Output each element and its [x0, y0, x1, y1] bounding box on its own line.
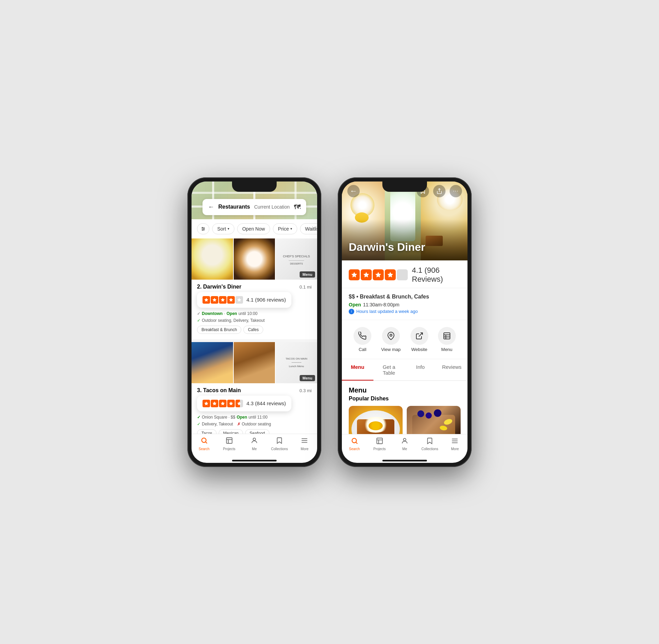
svg-line-38 [356, 442, 357, 444]
tab-menu[interactable]: Menu [342, 359, 373, 380]
tag-cafes: Cafes [243, 326, 263, 334]
svg-marker-14 [229, 401, 233, 405]
svg-point-37 [352, 438, 356, 443]
right-nav-search[interactable]: Search [342, 437, 367, 451]
right-notch [382, 182, 427, 192]
detail-hero: 10:07 ▲ ← [342, 182, 467, 260]
share-button[interactable] [433, 185, 446, 197]
left-phone: 10:07 ▲ ← Re [187, 177, 321, 467]
svg-rect-39 [377, 438, 383, 444]
filter-settings-button[interactable] [197, 223, 209, 234]
svg-marker-8 [221, 298, 225, 302]
home-indicator [232, 460, 277, 461]
waitlist-button[interactable]: Waitlist [300, 223, 317, 234]
hero-restaurant-name: Darwin's Diner [349, 241, 425, 254]
result-item-tacos[interactable]: TACOS ON MAIN─────Lunch Menu Menu 3. Tac… [192, 342, 317, 434]
right-nav-collections-label: Collections [421, 447, 438, 451]
nav-projects[interactable]: Projects [217, 437, 242, 451]
rating-section: 4.1 (906 Reviews) [342, 260, 467, 288]
call-label: Call [359, 347, 366, 352]
result-meta-2: ✓ Onion Square · $$ Open until 11:00 [197, 415, 312, 420]
page-title: Restaurants [218, 204, 250, 210]
result-amenities: ✓ Outdoor seating, Delivery, Takeout [197, 318, 312, 323]
svg-point-21 [253, 438, 255, 440]
svg-marker-13 [221, 401, 225, 405]
right-nav-me-label: Me [402, 447, 407, 451]
svg-point-5 [203, 230, 203, 230]
right-nav-me[interactable]: Me [392, 437, 417, 451]
food-image-1 [192, 238, 233, 280]
right-nav-collections[interactable]: Collections [417, 437, 442, 451]
nav-collections[interactable]: Collections [267, 437, 292, 451]
view-map-icon [382, 327, 400, 345]
tag-seafood: Seafood [245, 429, 269, 434]
map-pin-icon[interactable]: 🗺 [294, 203, 301, 211]
result-stars [203, 296, 243, 304]
nav-me[interactable]: Me [242, 437, 267, 451]
right-search-nav-icon [351, 437, 358, 446]
result-images: CHEF'S SPECIALS ───────── DESSERTS Menu [192, 238, 317, 280]
result-meta: ✓ Downtown · Open until 10:00 [197, 311, 312, 316]
call-button[interactable]: Call [354, 327, 371, 352]
svg-point-31 [390, 334, 392, 336]
search-header: ← Restaurants Current Location 🗺 [203, 199, 306, 215]
detail-rating-text: 4.1 (906 Reviews) [412, 266, 461, 284]
open-now-button[interactable]: Open Now [237, 223, 270, 234]
menu-content: Menu Popular Dishes [342, 381, 467, 434]
svg-point-3 [202, 227, 203, 228]
nav-more-label: More [301, 447, 309, 451]
detail-tabs: Menu Get a Table Info Reviews [342, 359, 467, 381]
website-icon [411, 327, 428, 345]
svg-point-42 [403, 438, 406, 441]
website-button[interactable]: Website [411, 327, 428, 352]
menu-badge: Menu [300, 271, 315, 278]
right-nav-projects[interactable]: Projects [367, 437, 392, 451]
result-distance: 0.1 mi [300, 284, 312, 290]
menu-button[interactable]: Menu [438, 327, 456, 352]
call-icon [354, 327, 371, 345]
result-dist-tacos: 0.3 mi [300, 388, 312, 393]
svg-marker-29 [388, 272, 393, 277]
nav-search[interactable]: Search [192, 437, 217, 451]
menu-label: Menu [441, 347, 453, 352]
right-home-indicator [382, 460, 427, 461]
food-image-3: CHEF'S SPECIALS ───────── DESSERTS Menu [276, 238, 317, 280]
more-options-button[interactable]: ··· [450, 185, 462, 197]
result-info-2: 3. Tacos on Main 0.3 mi 4.3 (844 reviews… [192, 387, 317, 434]
food-image-taco3: TACOS ON MAIN─────Lunch Menu Menu [276, 342, 317, 383]
result-name-tacos: 3. Tacos on Main [197, 387, 241, 394]
tab-reviews[interactable]: Reviews [436, 359, 468, 380]
right-bottom-nav: Search Projects Me Collections [342, 434, 467, 458]
tab-get-a-table[interactable]: Get a Table [373, 359, 405, 380]
svg-marker-26 [351, 272, 357, 277]
price-button[interactable]: Price ▾ [273, 223, 297, 234]
view-map-button[interactable]: View map [381, 327, 401, 352]
hero-back-button[interactable]: ← [347, 185, 360, 197]
result-item-darwins[interactable]: CHEF'S SPECIALS ───────── DESSERTS Menu … [192, 238, 317, 339]
dish-french-toast[interactable] [407, 406, 461, 434]
right-phone: 10:07 ▲ ← [338, 177, 472, 467]
svg-rect-33 [444, 333, 450, 339]
nav-more[interactable]: More [292, 437, 317, 451]
svg-point-4 [204, 228, 204, 229]
menu-subheading: Popular Dishes [349, 396, 461, 402]
right-more-icon [451, 437, 459, 446]
svg-marker-11 [204, 401, 208, 405]
svg-rect-18 [227, 437, 232, 443]
rating-text: 4.1 (906 reviews) [246, 297, 286, 303]
result-images-2: TACOS ON MAIN─────Lunch Menu Menu [192, 342, 317, 383]
back-button[interactable]: ← [208, 203, 214, 211]
tag-tacos: Tacos [197, 429, 217, 434]
detail-content: 4.1 (906 Reviews) $$ • Breakfast & Brunc… [342, 260, 467, 434]
detail-stars [349, 269, 408, 280]
svg-line-32 [419, 333, 423, 337]
action-buttons: Call View map Website [342, 320, 467, 359]
result-info: 2. Darwin's Diner 0.1 mi 4.1 (906 review… [192, 284, 317, 334]
me-nav-icon [251, 437, 258, 446]
tab-info[interactable]: Info [405, 359, 436, 380]
dish-egg-toast[interactable] [349, 406, 403, 434]
projects-nav-icon [226, 437, 233, 446]
right-nav-more[interactable]: More [442, 437, 467, 451]
result-stars-2 [203, 400, 243, 407]
sort-button[interactable]: Sort ▾ [212, 223, 234, 234]
